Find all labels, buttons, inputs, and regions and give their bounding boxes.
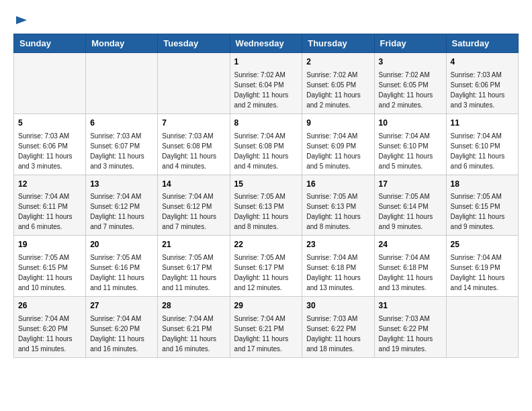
- day-number: 24: [379, 239, 442, 250]
- day-of-week-header: Thursday: [302, 34, 374, 53]
- day-number: 30: [306, 300, 369, 312]
- day-info: Sunrise: 7:03 AM Sunset: 6:06 PM Dayligh…: [18, 131, 81, 171]
- calendar-cell: 18Sunrise: 7:05 AM Sunset: 6:15 PM Dayli…: [446, 175, 518, 236]
- day-number: 17: [379, 179, 442, 190]
- calendar-cell: 16Sunrise: 7:05 AM Sunset: 6:13 PM Dayli…: [302, 175, 374, 236]
- calendar-cell: 25Sunrise: 7:04 AM Sunset: 6:19 PM Dayli…: [446, 236, 518, 297]
- calendar-week-row: 5Sunrise: 7:03 AM Sunset: 6:06 PM Daylig…: [14, 113, 519, 175]
- day-info: Sunrise: 7:04 AM Sunset: 6:18 PM Dayligh…: [379, 253, 442, 293]
- page-header: [13, 13, 519, 27]
- calendar-cell: 27Sunrise: 7:04 AM Sunset: 6:20 PM Dayli…: [86, 297, 158, 358]
- calendar-cell: 23Sunrise: 7:04 AM Sunset: 6:18 PM Dayli…: [302, 236, 374, 297]
- day-info: Sunrise: 7:04 AM Sunset: 6:11 PM Dayligh…: [18, 191, 81, 232]
- calendar-cell: 15Sunrise: 7:05 AM Sunset: 6:13 PM Dayli…: [230, 175, 302, 236]
- svg-marker-0: [16, 16, 27, 24]
- day-number: 22: [234, 239, 298, 250]
- day-info: Sunrise: 7:04 AM Sunset: 6:12 PM Dayligh…: [90, 191, 153, 232]
- calendar-cell: 2Sunrise: 7:02 AM Sunset: 6:05 PM Daylig…: [302, 53, 374, 114]
- day-number: 28: [162, 300, 225, 312]
- day-info: Sunrise: 7:03 AM Sunset: 6:08 PM Dayligh…: [162, 131, 225, 171]
- calendar-cell: 5Sunrise: 7:03 AM Sunset: 6:06 PM Daylig…: [14, 113, 86, 175]
- calendar-cell: 24Sunrise: 7:04 AM Sunset: 6:18 PM Dayli…: [374, 236, 446, 297]
- calendar-cell: [14, 53, 86, 114]
- day-number: 11: [451, 118, 514, 129]
- day-info: Sunrise: 7:05 AM Sunset: 6:17 PM Dayligh…: [162, 253, 225, 293]
- day-number: 7: [162, 118, 225, 129]
- day-number: 1: [234, 56, 298, 68]
- calendar-cell: [446, 297, 518, 358]
- calendar-cell: 12Sunrise: 7:04 AM Sunset: 6:11 PM Dayli…: [14, 175, 86, 236]
- day-info: Sunrise: 7:02 AM Sunset: 6:05 PM Dayligh…: [379, 70, 442, 110]
- calendar-cell: 19Sunrise: 7:05 AM Sunset: 6:15 PM Dayli…: [14, 236, 86, 297]
- day-number: 19: [18, 239, 81, 250]
- day-number: 27: [90, 300, 153, 312]
- calendar-cell: 11Sunrise: 7:04 AM Sunset: 6:10 PM Dayli…: [446, 113, 518, 175]
- calendar-cell: 9Sunrise: 7:04 AM Sunset: 6:09 PM Daylig…: [302, 113, 374, 175]
- calendar-cell: 8Sunrise: 7:04 AM Sunset: 6:08 PM Daylig…: [230, 113, 302, 175]
- calendar-header-row: SundayMondayTuesdayWednesdayThursdayFrid…: [14, 34, 519, 53]
- day-info: Sunrise: 7:05 AM Sunset: 6:17 PM Dayligh…: [234, 253, 298, 293]
- day-number: 23: [306, 239, 369, 250]
- day-number: 26: [18, 300, 81, 312]
- calendar-cell: [158, 53, 230, 114]
- day-number: 9: [306, 118, 369, 129]
- calendar-cell: 28Sunrise: 7:04 AM Sunset: 6:21 PM Dayli…: [158, 297, 230, 358]
- day-info: Sunrise: 7:03 AM Sunset: 6:22 PM Dayligh…: [306, 314, 369, 354]
- day-info: Sunrise: 7:05 AM Sunset: 6:15 PM Dayligh…: [18, 253, 81, 293]
- day-of-week-header: Sunday: [14, 34, 86, 53]
- calendar-cell: 14Sunrise: 7:04 AM Sunset: 6:12 PM Dayli…: [158, 175, 230, 236]
- day-of-week-header: Tuesday: [158, 34, 230, 53]
- calendar-cell: 17Sunrise: 7:05 AM Sunset: 6:14 PM Dayli…: [374, 175, 446, 236]
- calendar-cell: 31Sunrise: 7:03 AM Sunset: 6:22 PM Dayli…: [374, 297, 446, 358]
- day-of-week-header: Friday: [374, 34, 446, 53]
- calendar-cell: 6Sunrise: 7:03 AM Sunset: 6:07 PM Daylig…: [86, 113, 158, 175]
- logo-icon: [15, 13, 28, 27]
- calendar-cell: 21Sunrise: 7:05 AM Sunset: 6:17 PM Dayli…: [158, 236, 230, 297]
- calendar-cell: 26Sunrise: 7:04 AM Sunset: 6:20 PM Dayli…: [14, 297, 86, 358]
- day-number: 16: [306, 179, 369, 190]
- day-info: Sunrise: 7:04 AM Sunset: 6:08 PM Dayligh…: [234, 131, 298, 171]
- day-info: Sunrise: 7:02 AM Sunset: 6:05 PM Dayligh…: [306, 70, 369, 110]
- day-of-week-header: Saturday: [446, 34, 518, 53]
- day-number: 4: [451, 56, 514, 68]
- day-info: Sunrise: 7:04 AM Sunset: 6:10 PM Dayligh…: [379, 131, 442, 171]
- day-number: 5: [18, 118, 81, 129]
- day-info: Sunrise: 7:05 AM Sunset: 6:14 PM Dayligh…: [379, 191, 442, 232]
- calendar-cell: 29Sunrise: 7:04 AM Sunset: 6:21 PM Dayli…: [230, 297, 302, 358]
- calendar-cell: [86, 53, 158, 114]
- day-info: Sunrise: 7:02 AM Sunset: 6:04 PM Dayligh…: [234, 70, 298, 110]
- day-number: 6: [90, 118, 153, 129]
- day-number: 12: [18, 179, 81, 190]
- day-info: Sunrise: 7:04 AM Sunset: 6:21 PM Dayligh…: [234, 314, 298, 354]
- calendar-week-row: 12Sunrise: 7:04 AM Sunset: 6:11 PM Dayli…: [14, 175, 519, 236]
- day-info: Sunrise: 7:03 AM Sunset: 6:22 PM Dayligh…: [379, 314, 442, 354]
- calendar-cell: 20Sunrise: 7:05 AM Sunset: 6:16 PM Dayli…: [86, 236, 158, 297]
- day-info: Sunrise: 7:05 AM Sunset: 6:15 PM Dayligh…: [451, 191, 514, 232]
- day-number: 14: [162, 179, 225, 190]
- day-number: 18: [451, 179, 514, 190]
- day-number: 29: [234, 300, 298, 312]
- day-of-week-header: Monday: [86, 34, 158, 53]
- logo: [13, 13, 28, 27]
- day-number: 25: [451, 239, 514, 250]
- day-of-week-header: Wednesday: [230, 34, 302, 53]
- day-info: Sunrise: 7:04 AM Sunset: 6:12 PM Dayligh…: [162, 191, 225, 232]
- calendar-week-row: 1Sunrise: 7:02 AM Sunset: 6:04 PM Daylig…: [14, 53, 519, 114]
- day-info: Sunrise: 7:05 AM Sunset: 6:16 PM Dayligh…: [90, 253, 153, 293]
- day-info: Sunrise: 7:04 AM Sunset: 6:10 PM Dayligh…: [451, 131, 514, 171]
- day-info: Sunrise: 7:04 AM Sunset: 6:20 PM Dayligh…: [18, 314, 81, 354]
- day-number: 31: [379, 300, 442, 312]
- day-number: 10: [379, 118, 442, 129]
- calendar-cell: 4Sunrise: 7:03 AM Sunset: 6:06 PM Daylig…: [446, 53, 518, 114]
- calendar-cell: 13Sunrise: 7:04 AM Sunset: 6:12 PM Dayli…: [86, 175, 158, 236]
- day-number: 2: [306, 56, 369, 68]
- day-number: 3: [379, 56, 442, 68]
- calendar-week-row: 19Sunrise: 7:05 AM Sunset: 6:15 PM Dayli…: [14, 236, 519, 297]
- day-info: Sunrise: 7:04 AM Sunset: 6:09 PM Dayligh…: [306, 131, 369, 171]
- day-number: 21: [162, 239, 225, 250]
- calendar-cell: 3Sunrise: 7:02 AM Sunset: 6:05 PM Daylig…: [374, 53, 446, 114]
- calendar-cell: 30Sunrise: 7:03 AM Sunset: 6:22 PM Dayli…: [302, 297, 374, 358]
- day-info: Sunrise: 7:05 AM Sunset: 6:13 PM Dayligh…: [234, 191, 298, 232]
- day-info: Sunrise: 7:04 AM Sunset: 6:20 PM Dayligh…: [90, 314, 153, 354]
- calendar-cell: 7Sunrise: 7:03 AM Sunset: 6:08 PM Daylig…: [158, 113, 230, 175]
